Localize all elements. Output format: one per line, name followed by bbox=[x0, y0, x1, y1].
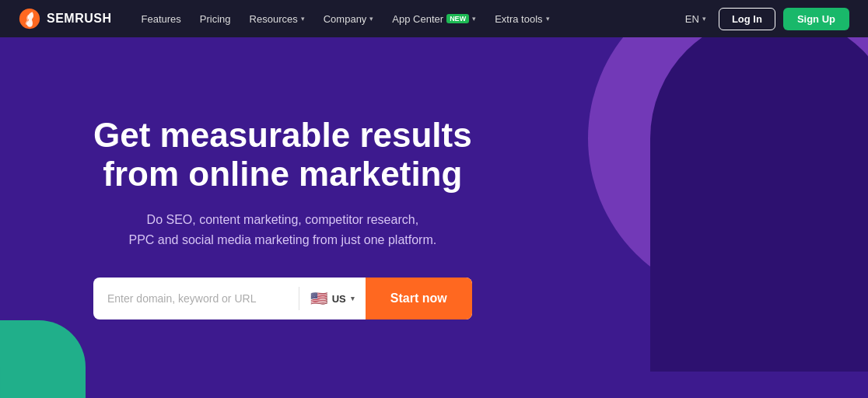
nav-item-pricing[interactable]: Pricing bbox=[192, 9, 239, 30]
nav-item-resources[interactable]: Resources ▾ bbox=[242, 9, 313, 30]
nav-item-company[interactable]: Company ▾ bbox=[316, 9, 382, 30]
navbar: SEMRUSH Features Pricing Resources ▾ Com… bbox=[0, 0, 868, 37]
chevron-down-icon: ▾ bbox=[351, 295, 355, 302]
chevron-down-icon: ▾ bbox=[369, 15, 373, 23]
chevron-down-icon: ▾ bbox=[472, 15, 476, 23]
search-bar: 🇺🇸 US ▾ Start now bbox=[93, 278, 472, 319]
chevron-down-icon: ▾ bbox=[702, 15, 706, 23]
signup-button[interactable]: Sign Up bbox=[783, 8, 849, 30]
new-badge: NEW bbox=[446, 14, 469, 23]
nav-item-app-center[interactable]: App Center NEW ▾ bbox=[384, 9, 484, 30]
chevron-down-icon: ▾ bbox=[301, 15, 305, 23]
language-selector[interactable]: EN ▾ bbox=[681, 10, 711, 28]
nav-links: Features Pricing Resources ▾ Company ▾ A… bbox=[134, 9, 681, 30]
navbar-right: EN ▾ Log In Sign Up bbox=[681, 8, 849, 30]
us-flag-icon: 🇺🇸 bbox=[310, 290, 327, 307]
login-button[interactable]: Log In bbox=[719, 8, 775, 30]
semrush-wordmark: SEMRUSH bbox=[47, 12, 112, 26]
search-input[interactable] bbox=[93, 278, 299, 319]
hero-title: Get measurable results from online marke… bbox=[93, 116, 472, 194]
nav-item-features[interactable]: Features bbox=[134, 9, 189, 30]
country-selector[interactable]: 🇺🇸 US ▾ bbox=[299, 278, 366, 319]
logo[interactable]: SEMRUSH bbox=[19, 8, 112, 30]
hero-section: Get measurable results from online marke… bbox=[0, 37, 868, 398]
hero-silhouette-inner bbox=[650, 37, 868, 372]
hero-teal-shape bbox=[0, 320, 86, 398]
hero-silhouette bbox=[572, 37, 868, 398]
chevron-down-icon: ▾ bbox=[546, 15, 550, 23]
start-now-button[interactable]: Start now bbox=[366, 278, 472, 319]
hero-subtitle: Do SEO, content marketing, competitor re… bbox=[93, 210, 472, 250]
hero-content: Get measurable results from online marke… bbox=[0, 116, 472, 319]
nav-item-extra-tools[interactable]: Extra tools ▾ bbox=[487, 9, 557, 30]
semrush-logo-icon bbox=[19, 8, 40, 30]
